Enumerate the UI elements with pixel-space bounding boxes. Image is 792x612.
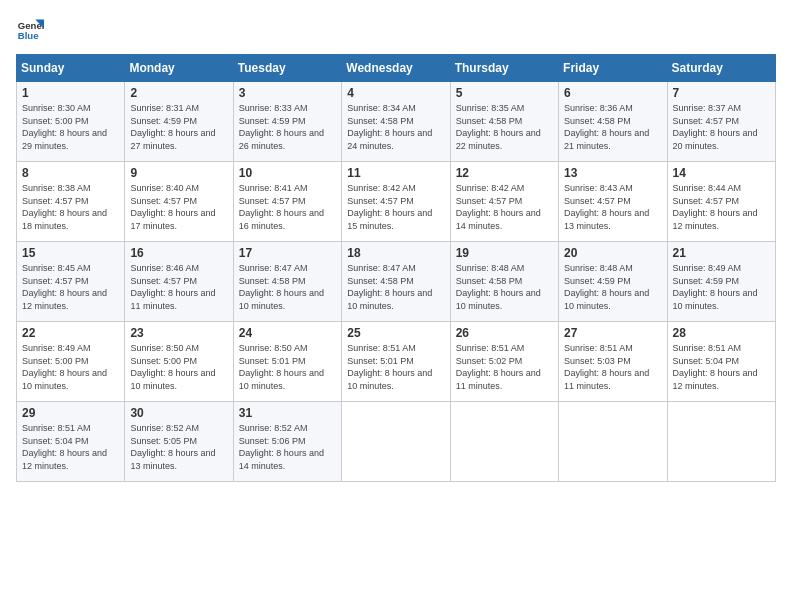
day-number: 1 (22, 86, 119, 100)
calendar-cell: 8Sunrise: 8:38 AMSunset: 4:57 PMDaylight… (17, 162, 125, 242)
day-number: 2 (130, 86, 227, 100)
calendar-cell: 27Sunrise: 8:51 AMSunset: 5:03 PMDayligh… (559, 322, 667, 402)
day-number: 27 (564, 326, 661, 340)
calendar-table: SundayMondayTuesdayWednesdayThursdayFrid… (16, 54, 776, 482)
day-number: 23 (130, 326, 227, 340)
calendar-cell: 3Sunrise: 8:33 AMSunset: 4:59 PMDaylight… (233, 82, 341, 162)
day-number: 4 (347, 86, 444, 100)
weekday-label: Thursday (450, 55, 558, 82)
day-info: Sunrise: 8:51 AMSunset: 5:04 PMDaylight:… (22, 422, 119, 472)
calendar-cell: 25Sunrise: 8:51 AMSunset: 5:01 PMDayligh… (342, 322, 450, 402)
calendar-cell: 12Sunrise: 8:42 AMSunset: 4:57 PMDayligh… (450, 162, 558, 242)
calendar-cell: 26Sunrise: 8:51 AMSunset: 5:02 PMDayligh… (450, 322, 558, 402)
calendar-cell: 13Sunrise: 8:43 AMSunset: 4:57 PMDayligh… (559, 162, 667, 242)
calendar-cell: 1Sunrise: 8:30 AMSunset: 5:00 PMDaylight… (17, 82, 125, 162)
calendar-week-row: 29Sunrise: 8:51 AMSunset: 5:04 PMDayligh… (17, 402, 776, 482)
weekday-label: Wednesday (342, 55, 450, 82)
calendar-cell: 5Sunrise: 8:35 AMSunset: 4:58 PMDaylight… (450, 82, 558, 162)
calendar-cell: 7Sunrise: 8:37 AMSunset: 4:57 PMDaylight… (667, 82, 775, 162)
day-number: 21 (673, 246, 770, 260)
day-info: Sunrise: 8:42 AMSunset: 4:57 PMDaylight:… (456, 182, 553, 232)
calendar-cell: 18Sunrise: 8:47 AMSunset: 4:58 PMDayligh… (342, 242, 450, 322)
day-info: Sunrise: 8:50 AMSunset: 5:00 PMDaylight:… (130, 342, 227, 392)
calendar-cell: 6Sunrise: 8:36 AMSunset: 4:58 PMDaylight… (559, 82, 667, 162)
calendar-cell: 31Sunrise: 8:52 AMSunset: 5:06 PMDayligh… (233, 402, 341, 482)
day-number: 3 (239, 86, 336, 100)
day-number: 17 (239, 246, 336, 260)
day-number: 11 (347, 166, 444, 180)
calendar-cell: 4Sunrise: 8:34 AMSunset: 4:58 PMDaylight… (342, 82, 450, 162)
calendar-cell (342, 402, 450, 482)
calendar-cell: 10Sunrise: 8:41 AMSunset: 4:57 PMDayligh… (233, 162, 341, 242)
day-info: Sunrise: 8:41 AMSunset: 4:57 PMDaylight:… (239, 182, 336, 232)
calendar-cell: 28Sunrise: 8:51 AMSunset: 5:04 PMDayligh… (667, 322, 775, 402)
day-info: Sunrise: 8:33 AMSunset: 4:59 PMDaylight:… (239, 102, 336, 152)
day-info: Sunrise: 8:34 AMSunset: 4:58 PMDaylight:… (347, 102, 444, 152)
calendar-week-row: 15Sunrise: 8:45 AMSunset: 4:57 PMDayligh… (17, 242, 776, 322)
calendar-cell (667, 402, 775, 482)
day-number: 24 (239, 326, 336, 340)
weekday-label: Monday (125, 55, 233, 82)
day-number: 29 (22, 406, 119, 420)
weekday-label: Saturday (667, 55, 775, 82)
day-info: Sunrise: 8:52 AMSunset: 5:06 PMDaylight:… (239, 422, 336, 472)
day-info: Sunrise: 8:46 AMSunset: 4:57 PMDaylight:… (130, 262, 227, 312)
weekday-label: Friday (559, 55, 667, 82)
calendar-cell: 21Sunrise: 8:49 AMSunset: 4:59 PMDayligh… (667, 242, 775, 322)
day-info: Sunrise: 8:49 AMSunset: 4:59 PMDaylight:… (673, 262, 770, 312)
day-info: Sunrise: 8:48 AMSunset: 4:58 PMDaylight:… (456, 262, 553, 312)
svg-text:Blue: Blue (18, 30, 39, 41)
calendar-cell: 23Sunrise: 8:50 AMSunset: 5:00 PMDayligh… (125, 322, 233, 402)
day-number: 8 (22, 166, 119, 180)
day-number: 10 (239, 166, 336, 180)
day-info: Sunrise: 8:35 AMSunset: 4:58 PMDaylight:… (456, 102, 553, 152)
calendar-week-row: 8Sunrise: 8:38 AMSunset: 4:57 PMDaylight… (17, 162, 776, 242)
weekday-header-row: SundayMondayTuesdayWednesdayThursdayFrid… (17, 55, 776, 82)
calendar-cell: 16Sunrise: 8:46 AMSunset: 4:57 PMDayligh… (125, 242, 233, 322)
calendar-cell: 11Sunrise: 8:42 AMSunset: 4:57 PMDayligh… (342, 162, 450, 242)
day-number: 14 (673, 166, 770, 180)
day-info: Sunrise: 8:51 AMSunset: 5:03 PMDaylight:… (564, 342, 661, 392)
calendar-cell (559, 402, 667, 482)
day-info: Sunrise: 8:45 AMSunset: 4:57 PMDaylight:… (22, 262, 119, 312)
day-number: 7 (673, 86, 770, 100)
day-number: 18 (347, 246, 444, 260)
day-info: Sunrise: 8:31 AMSunset: 4:59 PMDaylight:… (130, 102, 227, 152)
logo: General Blue (16, 16, 44, 44)
calendar-cell: 22Sunrise: 8:49 AMSunset: 5:00 PMDayligh… (17, 322, 125, 402)
day-info: Sunrise: 8:30 AMSunset: 5:00 PMDaylight:… (22, 102, 119, 152)
day-info: Sunrise: 8:44 AMSunset: 4:57 PMDaylight:… (673, 182, 770, 232)
day-number: 15 (22, 246, 119, 260)
header: General Blue (16, 16, 776, 44)
day-number: 16 (130, 246, 227, 260)
day-number: 31 (239, 406, 336, 420)
calendar-week-row: 1Sunrise: 8:30 AMSunset: 5:00 PMDaylight… (17, 82, 776, 162)
day-number: 28 (673, 326, 770, 340)
day-info: Sunrise: 8:50 AMSunset: 5:01 PMDaylight:… (239, 342, 336, 392)
calendar-cell: 2Sunrise: 8:31 AMSunset: 4:59 PMDaylight… (125, 82, 233, 162)
calendar-cell: 14Sunrise: 8:44 AMSunset: 4:57 PMDayligh… (667, 162, 775, 242)
day-number: 25 (347, 326, 444, 340)
day-info: Sunrise: 8:42 AMSunset: 4:57 PMDaylight:… (347, 182, 444, 232)
day-info: Sunrise: 8:43 AMSunset: 4:57 PMDaylight:… (564, 182, 661, 232)
day-info: Sunrise: 8:49 AMSunset: 5:00 PMDaylight:… (22, 342, 119, 392)
logo-icon: General Blue (16, 16, 44, 44)
calendar-page: General Blue SundayMondayTuesdayWednesda… (0, 0, 792, 612)
day-info: Sunrise: 8:38 AMSunset: 4:57 PMDaylight:… (22, 182, 119, 232)
calendar-cell: 24Sunrise: 8:50 AMSunset: 5:01 PMDayligh… (233, 322, 341, 402)
calendar-cell: 30Sunrise: 8:52 AMSunset: 5:05 PMDayligh… (125, 402, 233, 482)
day-number: 20 (564, 246, 661, 260)
day-number: 5 (456, 86, 553, 100)
day-info: Sunrise: 8:36 AMSunset: 4:58 PMDaylight:… (564, 102, 661, 152)
calendar-cell: 19Sunrise: 8:48 AMSunset: 4:58 PMDayligh… (450, 242, 558, 322)
calendar-cell (450, 402, 558, 482)
day-info: Sunrise: 8:40 AMSunset: 4:57 PMDaylight:… (130, 182, 227, 232)
calendar-cell: 29Sunrise: 8:51 AMSunset: 5:04 PMDayligh… (17, 402, 125, 482)
day-info: Sunrise: 8:47 AMSunset: 4:58 PMDaylight:… (347, 262, 444, 312)
day-number: 6 (564, 86, 661, 100)
day-info: Sunrise: 8:51 AMSunset: 5:04 PMDaylight:… (673, 342, 770, 392)
day-info: Sunrise: 8:37 AMSunset: 4:57 PMDaylight:… (673, 102, 770, 152)
calendar-week-row: 22Sunrise: 8:49 AMSunset: 5:00 PMDayligh… (17, 322, 776, 402)
day-number: 30 (130, 406, 227, 420)
calendar-cell: 17Sunrise: 8:47 AMSunset: 4:58 PMDayligh… (233, 242, 341, 322)
